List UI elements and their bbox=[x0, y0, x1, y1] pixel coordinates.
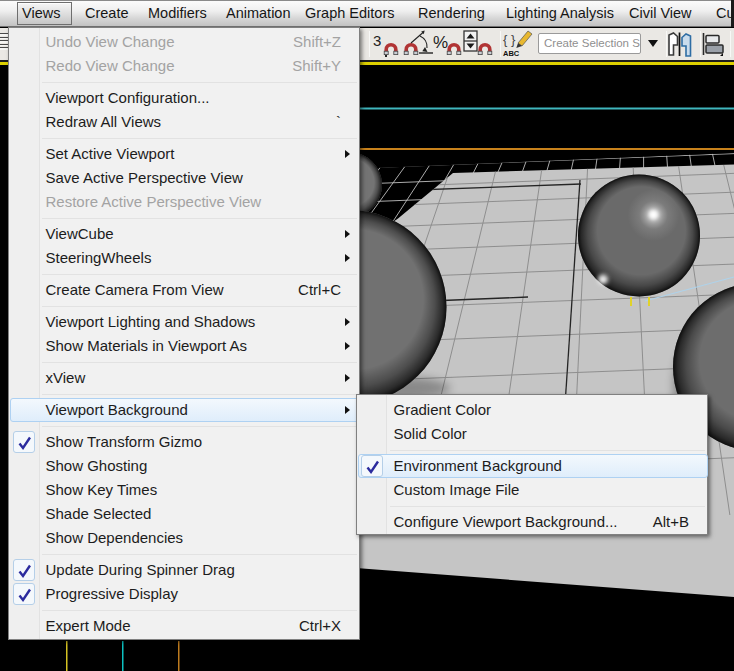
svg-text:%: % bbox=[433, 33, 448, 52]
svg-text:{ }: { } bbox=[503, 32, 516, 47]
svg-text:ABC: ABC bbox=[503, 49, 520, 58]
svg-text:3: 3 bbox=[373, 32, 381, 49]
